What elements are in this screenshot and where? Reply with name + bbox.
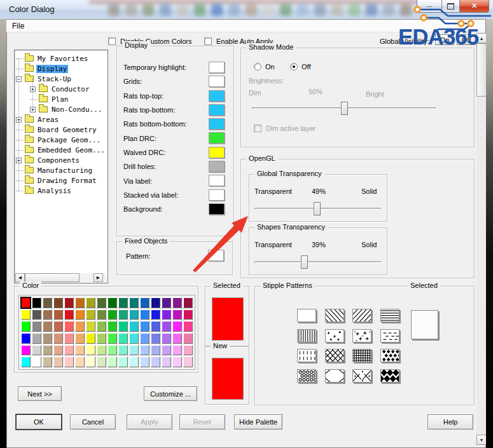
stipple-pattern-button-diag-fwd[interactable] [352, 309, 371, 322]
stipple-pattern-button-grid[interactable] [352, 349, 371, 362]
palette-color-cell[interactable] [75, 356, 85, 367]
palette-color-cell[interactable] [129, 309, 139, 320]
tree-item-areas[interactable]: +Areas [15, 114, 108, 125]
palette-color-cell[interactable] [172, 297, 182, 308]
palette-color-cell[interactable] [140, 356, 149, 367]
stipple-pattern-button-dashes[interactable] [380, 329, 399, 343]
palette-color-cell[interactable] [86, 345, 95, 356]
tree-item-drawing-format[interactable]: Drawing Format [15, 175, 108, 186]
scroll-down-button[interactable]: ▼ [476, 435, 487, 445]
stipple-pattern-button-vdashes[interactable] [297, 349, 316, 362]
color-swatch-button[interactable] [209, 118, 225, 130]
palette-color-cell[interactable] [129, 356, 139, 367]
palette-color-cell[interactable] [118, 345, 128, 356]
tree-item-non-condu[interactable]: +Non-Condu... [15, 104, 108, 114]
palette-color-cell[interactable] [172, 309, 182, 320]
palette-color-cell[interactable] [129, 297, 139, 308]
palette-color-cell[interactable] [162, 297, 171, 308]
palette-color-cell[interactable] [53, 333, 63, 344]
palette-color-cell[interactable] [53, 297, 63, 308]
palette-color-cell[interactable] [183, 345, 193, 356]
palette-color-cell[interactable] [129, 333, 139, 344]
palette-color-cell[interactable] [86, 309, 95, 320]
palette-color-cell[interactable] [97, 333, 106, 344]
tree-item-embedded-geom[interactable]: Embedded Geom... [15, 145, 108, 155]
palette-color-cell[interactable] [21, 321, 31, 332]
palette-color-cell[interactable] [140, 297, 149, 308]
color-swatch-button[interactable] [209, 132, 225, 144]
palette-color-cell[interactable] [32, 297, 41, 308]
stipple-pattern-button-diamonds-small[interactable] [380, 349, 399, 362]
global-visibility-off-button[interactable]: Off [457, 34, 476, 45]
stipple-pattern-button-diamonds-filled[interactable] [380, 369, 399, 383]
hide-palette-button[interactable]: Hide Palette [234, 414, 282, 430]
palette-color-cell[interactable] [162, 356, 171, 367]
palette-color-cell[interactable] [162, 333, 171, 344]
palette-color-cell[interactable] [108, 356, 117, 367]
tree-item-stack-up[interactable]: −Stack-Up [15, 74, 108, 84]
next-button[interactable]: Next >> [18, 386, 62, 401]
palette-color-cell[interactable] [86, 333, 95, 344]
palette-color-cell[interactable] [64, 345, 74, 356]
palette-color-cell[interactable] [97, 356, 106, 367]
tree-item-manufacturing[interactable]: Manufacturing [15, 165, 108, 175]
stipple-pattern-button-plus-dots[interactable] [352, 329, 371, 343]
palette-color-cell[interactable] [151, 356, 160, 367]
stipple-pattern-button-hlines[interactable] [380, 309, 399, 322]
shadow-on-radio[interactable] [254, 63, 261, 71]
palette-color-cell[interactable] [43, 333, 52, 344]
palette-color-cell[interactable] [183, 356, 193, 367]
palette-color-cell[interactable] [75, 345, 85, 356]
shadow-off-radio[interactable] [290, 63, 298, 71]
tree-item-plan[interactable]: Plan [15, 94, 108, 104]
palette-color-cell[interactable] [162, 345, 171, 356]
dim-active-layer-checkbox[interactable] [254, 125, 261, 132]
palette-color-cell[interactable] [86, 297, 95, 308]
minimize-button[interactable]: — [417, 0, 442, 13]
palette-color-cell[interactable] [64, 356, 74, 367]
palette-color-cell[interactable] [32, 321, 41, 332]
color-swatch-button[interactable] [209, 90, 225, 102]
enable-auto-apply-checkbox[interactable] [204, 37, 212, 45]
palette-color-cell[interactable] [86, 356, 95, 367]
palette-color-cell[interactable] [118, 321, 128, 332]
tree-expander-icon[interactable]: + [30, 86, 36, 92]
stipple-pattern-button-vlines[interactable] [297, 329, 316, 343]
palette-color-cell[interactable] [172, 345, 182, 356]
menu-file[interactable]: File [6, 20, 29, 31]
palette-color-cell[interactable] [118, 356, 128, 367]
global-visibility-on-button[interactable]: On [435, 34, 454, 45]
stipple-pattern-button-diamond-large[interactable] [325, 369, 344, 383]
scroll-right-button[interactable]: ▶ [94, 273, 103, 282]
layer-tree[interactable]: My FavoritesDisplay−Stack-Up+ConductorPl… [14, 50, 108, 283]
palette-color-cell[interactable] [108, 297, 117, 308]
scroll-left-button[interactable]: ◀ [15, 273, 25, 282]
brightness-slider-thumb[interactable] [341, 102, 348, 115]
pattern-swatch-button[interactable] [208, 250, 224, 261]
palette-color-cell[interactable] [86, 321, 95, 332]
palette-color-cell[interactable] [183, 309, 193, 320]
palette-color-cell[interactable] [151, 333, 160, 344]
palette-color-cell[interactable] [32, 333, 41, 344]
palette-color-cell[interactable] [21, 356, 31, 367]
palette-color-cell[interactable] [64, 309, 74, 320]
palette-color-cell[interactable] [21, 309, 31, 320]
palette-color-cell[interactable] [108, 309, 117, 320]
color-swatch-button[interactable] [209, 175, 225, 186]
palette-color-cell[interactable] [129, 321, 139, 332]
palette-color-cell[interactable] [151, 297, 160, 308]
apply-button[interactable]: Apply [127, 414, 172, 430]
scrollbar-thumb[interactable] [476, 43, 487, 97]
palette-color-cell[interactable] [43, 309, 52, 320]
palette-color-cell[interactable] [129, 345, 139, 356]
color-swatch-button[interactable] [209, 62, 225, 73]
palette-color-cell[interactable] [183, 297, 193, 308]
palette-color-cell[interactable] [43, 356, 52, 367]
close-button[interactable]: ✕ [460, 0, 489, 13]
palette-color-cell[interactable] [43, 321, 52, 332]
palette-color-cell[interactable] [75, 321, 85, 332]
global-transparency-slider-thumb[interactable] [314, 202, 321, 215]
palette-color-cell[interactable] [108, 345, 117, 356]
tree-item-analysis[interactable]: Analysis [15, 186, 108, 196]
tree-item-my-favorites[interactable]: My Favorites [15, 53, 108, 64]
